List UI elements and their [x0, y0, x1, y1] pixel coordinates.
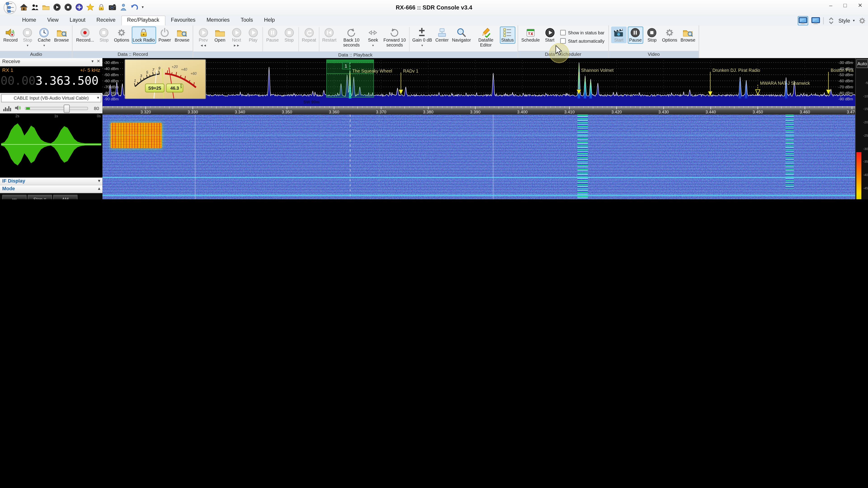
- ribbon-button-start[interactable]: Start: [542, 27, 558, 43]
- ribbon-group-label: Data :: Record: [73, 51, 193, 58]
- auto-range-button[interactable]: Auto: [857, 59, 868, 68]
- close-button[interactable]: ✕: [858, 2, 863, 8]
- waterfall-marker-line: [379, 115, 380, 199]
- frequency-digits[interactable]: 00.003.363.500: [0, 73, 102, 89]
- style-dropdown-icon[interactable]: ▾: [853, 18, 855, 23]
- waterfall-marker-line: [320, 115, 321, 199]
- mode-button-am[interactable]: AM: [53, 195, 78, 199]
- svg-text:-40 dBm: -40 dBm: [838, 66, 853, 71]
- ribbon-button-restart[interactable]: Restart: [321, 27, 338, 43]
- panel-collapse-icon[interactable]: ▾: [92, 59, 94, 64]
- if-display-header[interactable]: IF Display▾: [0, 177, 102, 185]
- tab-view[interactable]: View: [42, 15, 64, 26]
- ribbon-button-seek[interactable]: Seek▾: [365, 27, 381, 47]
- svg-text:-50 dBm: -50 dBm: [838, 72, 853, 77]
- ribbon-button-pause[interactable]: Pause: [628, 27, 643, 43]
- profile-icon[interactable]: [120, 3, 127, 11]
- ribbon-group-label: Audio: [0, 51, 72, 58]
- checkbox-show-in-status-bar[interactable]: Show in status bar: [560, 30, 604, 35]
- settings-gear-icon[interactable]: [857, 16, 867, 25]
- gear-icon: [663, 27, 676, 38]
- ribbon-button-power[interactable]: Power: [157, 27, 173, 43]
- resize-chevrons-icon[interactable]: [826, 16, 836, 25]
- ribbon-button-stop[interactable]: Stop▾: [20, 27, 35, 47]
- tab-memories[interactable]: Memories: [201, 15, 235, 26]
- ribbon-button-navigator[interactable]: Navigator: [451, 27, 472, 43]
- waterfall-display[interactable]: 03:47 UTC:07 01 Jan2026: [102, 115, 855, 199]
- ribbon-button-pause[interactable]: Pause: [265, 27, 280, 43]
- monitor-2-icon[interactable]: [811, 16, 820, 25]
- tab-receive[interactable]: Receive: [91, 15, 121, 26]
- quick-access-dropdown-icon[interactable]: ▾: [142, 5, 144, 9]
- maximize-button[interactable]: □: [843, 2, 847, 8]
- stopc2-icon: [645, 27, 659, 38]
- tab-help[interactable]: Help: [258, 15, 281, 26]
- panel-close-icon[interactable]: ✕: [97, 59, 100, 64]
- undo-icon[interactable]: [131, 3, 138, 11]
- ribbon-button-status[interactable]: Status: [500, 27, 515, 43]
- ribbon-button-prev[interactable]: Prev◄◄: [195, 27, 211, 47]
- ribbon-button-record[interactable]: Record...: [75, 27, 95, 43]
- speaker-icon[interactable]: [14, 103, 22, 113]
- ribbon-button-next[interactable]: Next►►: [229, 27, 244, 47]
- ribbon-button-start[interactable]: Start: [611, 27, 627, 43]
- colorbar-gradient[interactable]: [857, 152, 862, 199]
- ribbon-button-stop[interactable]: Stop: [281, 27, 297, 43]
- ribbon-button-lock-radio[interactable]: Lock Radio: [131, 27, 156, 43]
- listicon-icon: [501, 27, 514, 38]
- favourite-star-icon[interactable]: [86, 3, 94, 11]
- ribbon-button-forward-10-seconds[interactable]: Forward 10 seconds: [382, 27, 407, 48]
- svg-text:RADv 1: RADv 1: [403, 68, 418, 73]
- mode-button-step[interactable]: Step ≡: [28, 195, 52, 199]
- speaker-icon: [4, 27, 17, 38]
- ribbon-button-open[interactable]: Open: [212, 27, 228, 43]
- tab-tools[interactable]: Tools: [235, 15, 258, 26]
- ribbon-button-browse[interactable]: Browse: [174, 27, 191, 43]
- ribbon-button-schedule[interactable]: Schedule: [520, 27, 541, 43]
- screenshot-camera-icon[interactable]: [108, 3, 116, 11]
- checkbox-start-automatically[interactable]: Start automatically: [560, 38, 604, 43]
- users-icon[interactable]: [31, 3, 39, 11]
- lock-icon[interactable]: [97, 3, 105, 11]
- ribbon-button-stop[interactable]: Stop: [644, 27, 660, 43]
- folder-icon[interactable]: [42, 3, 50, 11]
- ribbon-button-stop[interactable]: Stop: [96, 27, 112, 43]
- ribbon-button-browse[interactable]: Browse: [53, 27, 70, 43]
- spectrum-frequency-scale[interactable]: 3.3203.3303.3403.3503.3603.3703.3803.390…: [102, 106, 855, 115]
- home-icon[interactable]: [20, 3, 28, 11]
- spectrum-display[interactable]: 1The Squeaky WheelRADv 1Shannon VolmetDr…: [102, 58, 855, 106]
- ribbon-button-cache[interactable]: Cache▾: [36, 27, 52, 47]
- ribbon-button-browse[interactable]: Browse: [680, 27, 696, 43]
- ribbon-button-record[interactable]: Record: [2, 27, 19, 43]
- svg-text:-80 dBm: -80 dBm: [104, 91, 119, 95]
- mode-header[interactable]: Mode▴: [0, 185, 102, 193]
- repeatc-icon: [302, 27, 315, 38]
- ribbon-button-options[interactable]: Options: [113, 27, 130, 43]
- ribbon-button-center[interactable]: Center: [434, 27, 450, 43]
- tab-rec-playback[interactable]: Rec/Playback: [121, 15, 165, 26]
- ribbon-button-play[interactable]: Play: [246, 27, 261, 43]
- gear-icon: [115, 27, 128, 38]
- ribbon-button-datafile-editor[interactable]: Datafile Editor: [473, 27, 499, 48]
- mode-button-[interactable]: •••: [2, 195, 27, 199]
- monitor-1-icon[interactable]: [798, 16, 808, 25]
- tab-favourites[interactable]: Favourites: [165, 15, 201, 26]
- ribbon-button-options[interactable]: Options: [661, 27, 678, 43]
- foldersearch-icon: [681, 27, 694, 38]
- audio-device-select[interactable]: CABLE Input (VB-Audio Virtual Cable)▾: [1, 94, 101, 102]
- receive-panel-header[interactable]: Receive▾✕: [0, 58, 102, 66]
- tab-home[interactable]: Home: [17, 15, 41, 26]
- ribbon-button-gain-0-db[interactable]: Gain 0 dB▾: [411, 27, 433, 47]
- ribbon-button-repeat[interactable]: Repeat: [301, 27, 317, 43]
- play-icon[interactable]: [53, 3, 61, 11]
- stop-icon[interactable]: [64, 3, 72, 11]
- s-meter: 13579+20+40+60 S9+25 46.3SNR: [125, 59, 206, 99]
- ribbon-button-back-10-seconds[interactable]: Back 10 seconds: [339, 27, 364, 48]
- volume-slider[interactable]: [25, 106, 88, 110]
- restartc-icon: [323, 27, 336, 38]
- add-icon[interactable]: [75, 3, 83, 11]
- style-menu[interactable]: Style: [838, 18, 850, 24]
- minimize-button[interactable]: –: [829, 2, 833, 8]
- tab-layout[interactable]: Layout: [64, 15, 91, 26]
- frequency-display[interactable]: RX 1+/- 5 kHz 00.003.363.500: [0, 66, 102, 93]
